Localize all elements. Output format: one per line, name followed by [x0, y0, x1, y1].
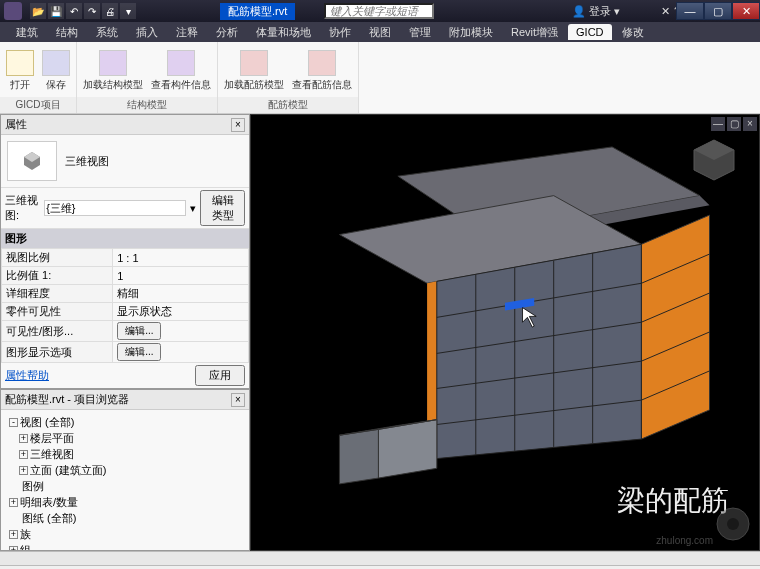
property-value[interactable]: 精细	[113, 285, 249, 303]
properties-preview[interactable]: 三维视图	[1, 135, 249, 187]
tree-item[interactable]: +楼层平面	[5, 430, 245, 446]
panel-title: GICD项目	[0, 97, 76, 113]
property-value[interactable]: 1	[113, 267, 249, 285]
tree-expander-icon[interactable]: +	[9, 498, 18, 507]
watermark-text: zhulong.com	[656, 535, 713, 546]
exchange-icon[interactable]: ✕	[661, 5, 670, 18]
view-minimize-icon[interactable]: —	[711, 117, 725, 131]
tree-expander-icon[interactable]: +	[19, 466, 28, 475]
property-row[interactable]: 图形显示选项编辑...	[2, 342, 249, 363]
ribbon-tab[interactable]: 附加模块	[441, 23, 501, 42]
properties-help-link[interactable]: 属性帮助	[5, 368, 49, 383]
ribbon-tab[interactable]: 系统	[88, 23, 126, 42]
panel-close-icon[interactable]: ×	[231, 118, 245, 132]
model-icon	[99, 50, 127, 76]
tree-item[interactable]: +三维视图	[5, 446, 245, 462]
tree-expander-icon[interactable]: +	[9, 530, 18, 539]
tree-item[interactable]: -视图 (全部)	[5, 414, 245, 430]
document-title: 配筋模型.rvt	[220, 3, 295, 20]
minimize-button[interactable]: —	[676, 2, 704, 20]
property-row[interactable]: 详细程度精细	[2, 285, 249, 303]
chevron-down-icon[interactable]: ▾	[190, 202, 196, 215]
tree-expander-icon[interactable]: +	[19, 434, 28, 443]
viewport-3d[interactable]: — ▢ ×	[250, 114, 760, 551]
view-close-icon[interactable]: ×	[743, 117, 757, 131]
tree-item[interactable]: 图纸 (全部)	[5, 510, 245, 526]
ribbon-panel: 加载结构模型查看构件信息结构模型	[77, 42, 218, 113]
tree-item[interactable]: +立面 (建筑立面)	[5, 462, 245, 478]
qat-redo-icon[interactable]: ↷	[84, 3, 100, 19]
tree-item[interactable]: +明细表/数量	[5, 494, 245, 510]
nav-wheel-icon[interactable]	[713, 504, 753, 544]
property-value[interactable]: 编辑...	[113, 321, 249, 342]
model-icon	[167, 50, 195, 76]
property-label: 图形显示选项	[2, 342, 113, 363]
property-row[interactable]: 可见性/图形...编辑...	[2, 321, 249, 342]
rebar-icon	[308, 50, 336, 76]
close-button[interactable]: ✕	[732, 2, 760, 20]
property-row[interactable]: 比例值 1:1	[2, 267, 249, 285]
property-value[interactable]: 1 : 1	[113, 249, 249, 267]
ribbon-tool[interactable]: 加载配筋模型	[224, 50, 284, 92]
edit-type-button[interactable]: 编辑类型	[200, 190, 245, 226]
maximize-button[interactable]: ▢	[704, 2, 732, 20]
svg-point-26	[727, 518, 739, 530]
project-tree: -视图 (全部)+楼层平面+三维视图+立面 (建筑立面)图例+明细表/数量图纸 …	[1, 410, 249, 551]
ribbon-tab[interactable]: 体量和场地	[248, 23, 319, 42]
workspace: 属性 × 三维视图 三维视图: ▾ 编辑类型 图形 视图比例1 : 1比例值 1…	[0, 114, 760, 551]
ribbon-tab[interactable]: 修改	[614, 23, 652, 42]
type-selector-input[interactable]	[44, 200, 186, 216]
tree-expander-icon[interactable]: +	[9, 546, 18, 552]
ribbon-tool[interactable]: 加载结构模型	[83, 50, 143, 92]
graphics-section-header[interactable]: 图形	[1, 229, 249, 248]
properties-header[interactable]: 属性 ×	[1, 115, 249, 135]
qat-print-icon[interactable]: 🖨	[102, 3, 118, 19]
ribbon-tab[interactable]: 视图	[361, 23, 399, 42]
property-row[interactable]: 零件可见性显示原状态	[2, 303, 249, 321]
project-browser-panel: 配筋模型.rvt - 项目浏览器 × -视图 (全部)+楼层平面+三维视图+立面…	[0, 389, 250, 551]
chevron-down-icon: ▾	[614, 5, 620, 18]
tree-expander-icon[interactable]: +	[19, 450, 28, 459]
qat-save-icon[interactable]: 💾	[48, 3, 64, 19]
apply-button[interactable]: 应用	[195, 365, 245, 386]
tree-expander-icon[interactable]: -	[9, 418, 18, 427]
tree-item[interactable]: 图例	[5, 478, 245, 494]
ribbon-tool[interactable]: 保存	[42, 50, 70, 92]
property-value[interactable]: 编辑...	[113, 342, 249, 363]
qat-undo-icon[interactable]: ↶	[66, 3, 82, 19]
properties-panel: 属性 × 三维视图 三维视图: ▾ 编辑类型 图形 视图比例1 : 1比例值 1…	[0, 114, 250, 389]
edit-button[interactable]: 编辑...	[117, 322, 161, 340]
app-icon[interactable]	[4, 2, 22, 20]
tree-item[interactable]: +族	[5, 526, 245, 542]
ribbon-tab[interactable]: 插入	[128, 23, 166, 42]
tree-item[interactable]: +组	[5, 542, 245, 551]
ribbon-tab[interactable]: 分析	[208, 23, 246, 42]
building-model[interactable]	[281, 135, 729, 490]
ribbon-tool[interactable]: 查看构件信息	[151, 50, 211, 92]
qat-more-icon[interactable]: ▾	[120, 3, 136, 19]
type-selector-row: 三维视图: ▾ 编辑类型	[1, 187, 249, 229]
viewport-controls: — ▢ ×	[711, 117, 757, 131]
qat-open-icon[interactable]: 📂	[30, 3, 46, 19]
property-label: 零件可见性	[2, 303, 113, 321]
ribbon-tool[interactable]: 查看配筋信息	[292, 50, 352, 92]
ribbon-tab[interactable]: 协作	[321, 23, 359, 42]
ribbon-tab[interactable]: 管理	[401, 23, 439, 42]
ribbon-tab[interactable]: 建筑	[8, 23, 46, 42]
ribbon-tool[interactable]: 打开	[6, 50, 34, 92]
user-login[interactable]: 👤 登录 ▾	[572, 4, 620, 19]
edit-button[interactable]: 编辑...	[117, 343, 161, 361]
ribbon-tab[interactable]: Revit增强	[503, 23, 566, 42]
ribbon-tab[interactable]: GICD	[568, 24, 612, 40]
view-maximize-icon[interactable]: ▢	[727, 117, 741, 131]
ribbon-panel: 打开保存GICD项目	[0, 42, 77, 113]
property-row[interactable]: 视图比例1 : 1	[2, 249, 249, 267]
browser-header[interactable]: 配筋模型.rvt - 项目浏览器 ×	[1, 390, 249, 410]
svg-marker-22	[339, 429, 378, 484]
property-value[interactable]: 显示原状态	[113, 303, 249, 321]
search-input[interactable]	[324, 3, 434, 19]
properties-footer: 属性帮助 应用	[1, 363, 249, 388]
ribbon-tab[interactable]: 结构	[48, 23, 86, 42]
panel-close-icon[interactable]: ×	[231, 393, 245, 407]
ribbon-tab[interactable]: 注释	[168, 23, 206, 42]
